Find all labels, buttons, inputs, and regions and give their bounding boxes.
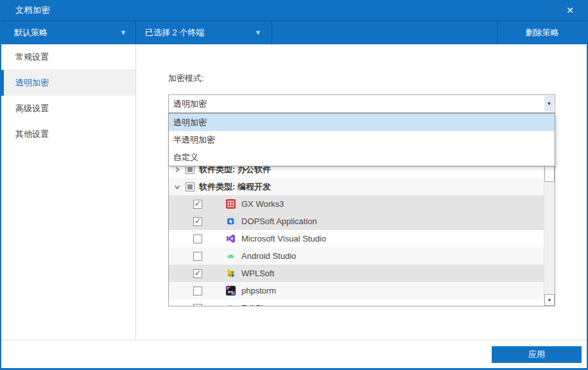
- content-area: 常规设置 透明加密 高级设置 其他设置 加密模式: 透明加密 ▼ 透明加密 半透…: [1, 44, 587, 340]
- sidebar-item-other[interactable]: 其他设置: [1, 121, 135, 147]
- terminal-dropdown-label: 已选择 2 个终端: [145, 27, 204, 39]
- close-icon[interactable]: ✕: [562, 3, 578, 18]
- app-row-wplsoft[interactable]: WPLSoft: [169, 265, 544, 282]
- encrypt-mode-value: 透明加密: [169, 98, 207, 110]
- delete-policy-label: 删除策略: [526, 27, 559, 39]
- android-studio-icon: [226, 251, 236, 261]
- policy-dropdown-label: 默认策略: [14, 27, 48, 39]
- gx-works3-icon: [226, 199, 236, 209]
- sidebar-item-label: 高级设置: [15, 103, 49, 114]
- dopsoft-icon: [226, 216, 236, 226]
- dropdown-option-transparent[interactable]: 透明加密: [169, 114, 555, 131]
- scrollbar-down-arrow-icon[interactable]: ▼: [544, 294, 555, 306]
- window-title: 文档加密: [15, 4, 50, 16]
- chevron-down-icon[interactable]: [174, 184, 180, 190]
- app-checkbox[interactable]: [193, 286, 202, 295]
- app-checkbox[interactable]: [193, 200, 202, 209]
- app-label: Microsoft Visual Studio: [241, 234, 326, 243]
- sidebar-item-transparent-encryption[interactable]: 透明加密: [1, 70, 135, 96]
- app-row-dopsoft[interactable]: DOPSoft Application: [169, 213, 544, 230]
- group-checkbox[interactable]: [186, 182, 195, 191]
- encrypt-mode-label: 加密模式:: [168, 73, 204, 84]
- app-checkbox[interactable]: [193, 304, 202, 307]
- editplus-icon: [226, 303, 236, 306]
- app-checkbox[interactable]: [193, 269, 202, 278]
- combobox-arrow-icon[interactable]: ▼: [544, 96, 554, 112]
- chevron-down-icon: ▼: [120, 30, 126, 36]
- vertical-scrollbar[interactable]: ▼: [544, 161, 555, 306]
- app-label: DOPSoft Application: [241, 216, 317, 226]
- app-checkbox[interactable]: [193, 234, 202, 243]
- app-row-visual-studio[interactable]: Microsoft Visual Studio: [169, 230, 544, 247]
- sidebar-item-label: 常规设置: [15, 51, 49, 63]
- apply-button[interactable]: 应用: [492, 346, 582, 363]
- dropdown-option-custom[interactable]: 自定义: [169, 148, 555, 166]
- sidebar-item-label: 其他设置: [15, 128, 49, 140]
- chevron-right-icon[interactable]: [174, 166, 180, 173]
- group-row-programming-dev[interactable]: 软件类型: 编程开发: [169, 178, 544, 195]
- app-label: Android Studio: [241, 251, 296, 261]
- app-label: phpstorm: [241, 286, 276, 295]
- policy-toolbar: 默认策略 ▼ 已选择 2 个终端 ▼ 删除策略: [1, 21, 587, 44]
- main-panel: 加密模式: 透明加密 ▼ 透明加密 半透明加密 自定义: [136, 44, 587, 340]
- group-label: 软件类型: 编程开发: [199, 181, 271, 193]
- svg-text:PS: PS: [228, 290, 233, 294]
- encrypt-mode-dropdown-list: 透明加密 半透明加密 自定义: [168, 113, 555, 166]
- title-bar: 文档加密 ✕: [1, 0, 587, 21]
- software-list: 软件类型: 办公软件 软件类型: 编程开发: [168, 160, 555, 306]
- scrollbar-thumb[interactable]: [544, 166, 555, 182]
- toolbar-spacer: [272, 21, 497, 44]
- sidebar-item-general[interactable]: 常规设置: [1, 44, 135, 70]
- sidebar-item-label: 透明加密: [15, 77, 49, 89]
- app-label: EditPlus: [241, 303, 272, 306]
- encrypt-mode-combobox[interactable]: 透明加密 ▼: [168, 94, 555, 113]
- app-checkbox[interactable]: [193, 252, 202, 261]
- terminal-dropdown[interactable]: 已选择 2 个终端 ▼: [136, 21, 272, 44]
- app-checkbox[interactable]: [193, 217, 202, 226]
- app-row-phpstorm[interactable]: PS phpstorm: [169, 282, 544, 299]
- app-row-editplus[interactable]: EditPlus: [169, 299, 544, 306]
- delete-policy-button[interactable]: 删除策略: [497, 21, 587, 44]
- app-label: WPLSoft: [241, 269, 274, 278]
- wplsoft-icon: [226, 269, 236, 278]
- document-encryption-dialog: 文档加密 ✕ 默认策略 ▼ 已选择 2 个终端 ▼ 删除策略 常规设置 透明加密: [0, 0, 588, 370]
- policy-dropdown[interactable]: 默认策略 ▼: [1, 21, 135, 44]
- sidebar-item-advanced[interactable]: 高级设置: [1, 96, 135, 121]
- app-row-android-studio[interactable]: Android Studio: [169, 247, 544, 265]
- dropdown-option-semi-transparent[interactable]: 半透明加密: [169, 131, 555, 148]
- app-row-gx-works3[interactable]: GX Works3: [169, 195, 544, 213]
- settings-sidebar: 常规设置 透明加密 高级设置 其他设置: [1, 44, 136, 340]
- chevron-down-icon: ▼: [255, 30, 261, 36]
- footer-bar: 应用: [1, 340, 587, 368]
- software-rows: 软件类型: 办公软件 软件类型: 编程开发: [169, 161, 544, 306]
- app-label: GX Works3: [241, 199, 284, 209]
- visual-studio-icon: [226, 234, 236, 243]
- phpstorm-icon: PS: [226, 286, 236, 295]
